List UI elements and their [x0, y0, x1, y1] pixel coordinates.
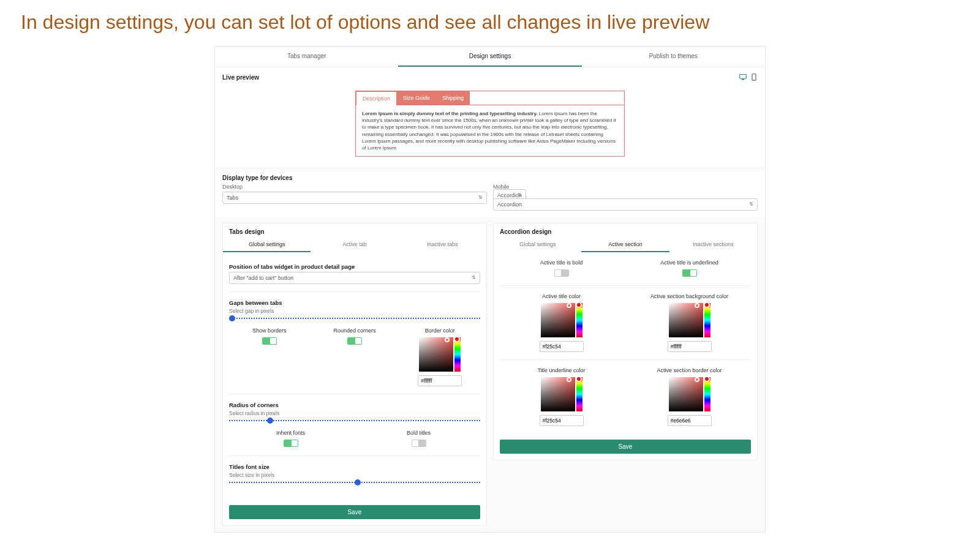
- border-color-opt: Border color: [400, 328, 480, 386]
- preview-title: Live preview: [222, 74, 259, 81]
- tabs-design-body: Position of tabs widget in product detai…: [223, 252, 486, 499]
- desktop-field: Desktop Tabs: [222, 184, 487, 211]
- gaps-heading: Gaps between tabs: [229, 299, 480, 306]
- title-underlined-label: Active title is underlined: [628, 260, 751, 266]
- inherit-fonts-opt: Inherit fonts: [229, 430, 352, 448]
- section-bg-opt: Active section background color: [628, 293, 751, 352]
- svg-rect-1: [742, 79, 745, 80]
- subtab-acc-global[interactable]: Global settings: [494, 238, 581, 252]
- accordion-design-heading: Accordion design: [494, 223, 757, 238]
- tabs-design-heading: Tabs design: [223, 223, 486, 238]
- nav-publish-themes[interactable]: Publish to themes: [582, 47, 765, 67]
- underline-color-input[interactable]: [540, 415, 584, 426]
- gaps-label: Select gap in pixels: [229, 308, 480, 314]
- preview-tab-shipping[interactable]: Shipping: [436, 91, 470, 105]
- rounded-toggle[interactable]: [347, 337, 362, 345]
- acc-color-row1: Active title color Active section backgr…: [500, 293, 751, 352]
- design-panels: Tabs design Global settings Active tab I…: [215, 217, 765, 532]
- radius-label: Select radius in pixels: [229, 410, 480, 416]
- subtab-inactive-tabs[interactable]: Inactive tabs: [399, 238, 486, 252]
- tabs-save-button[interactable]: Save: [229, 505, 480, 519]
- title-color-label: Active title color: [500, 293, 623, 299]
- svg-rect-0: [740, 75, 747, 79]
- subtab-active-tab[interactable]: Active tab: [311, 238, 398, 252]
- show-borders-toggle[interactable]: [262, 337, 277, 345]
- preview-tab-description[interactable]: Description: [356, 91, 397, 105]
- svg-point-3: [753, 79, 754, 80]
- page-headline: In design settings, you can set lot of o…: [0, 0, 980, 39]
- title-underlined-toggle[interactable]: [682, 269, 697, 277]
- preview-bar: Live preview: [215, 67, 765, 84]
- display-type-row: Desktop Tabs Mobile Accordion Accordion: [215, 184, 765, 217]
- border-color-label: Border color: [400, 328, 480, 334]
- title-bold-toggle[interactable]: [554, 269, 569, 277]
- rounded-label: Rounded corners: [314, 328, 394, 334]
- preview-body-bold: Lorem Ipsum is simply dummy text of the …: [362, 111, 538, 116]
- mobile-icon[interactable]: [750, 73, 758, 81]
- acc-border-color-label: Active section border color: [628, 367, 751, 373]
- show-borders-label: Show borders: [229, 328, 309, 334]
- acc-color-row2: Title underline color Active section bor…: [500, 367, 751, 426]
- preview-frame: Description Size Guide Shipping Lorem Ip…: [355, 91, 625, 157]
- accordion-save-button[interactable]: Save: [500, 440, 751, 454]
- border-row: Show borders Rounded corners Border colo…: [229, 328, 480, 386]
- font-size-label: Select size in pixels: [229, 472, 480, 478]
- preview-body-text: Lorem Ipsum has been the industry's stan…: [362, 111, 616, 151]
- acc-toggle-row: Active title is bold Active title is und…: [500, 260, 751, 278]
- display-type-heading: Display type for devices: [215, 168, 765, 184]
- subtab-acc-active[interactable]: Active section: [581, 238, 669, 252]
- nav-tabs-manager[interactable]: Tabs manager: [215, 47, 398, 67]
- font-row: Inherit fonts Bold titles: [229, 430, 480, 448]
- title-color-picker[interactable]: [540, 303, 584, 352]
- preview-tab-size-guide[interactable]: Size Guide: [397, 91, 436, 105]
- title-bold-label: Active title is bold: [500, 260, 623, 266]
- accordion-body: Active title is bold Active title is und…: [494, 252, 757, 433]
- top-nav: Tabs manager Design settings Publish to …: [215, 47, 765, 67]
- section-bg-label: Active section background color: [628, 293, 751, 299]
- inherit-fonts-toggle[interactable]: [284, 440, 298, 447]
- rounded-opt: Rounded corners: [314, 328, 394, 386]
- desktop-select[interactable]: Tabs: [222, 192, 487, 204]
- preview-area: Description Size Guide Shipping Lorem Ip…: [215, 84, 765, 168]
- title-color-opt: Active title color: [500, 293, 623, 352]
- bold-titles-label: Bold titles: [357, 430, 480, 436]
- mobile-field: Mobile Accordion Accordion: [493, 184, 758, 211]
- radius-heading: Radius of corners: [229, 402, 480, 408]
- title-color-input[interactable]: [540, 341, 584, 352]
- border-color-picker[interactable]: [418, 337, 462, 386]
- accordion-subtabs: Global settings Active section Inactive …: [494, 238, 757, 252]
- tabs-design-subtabs: Global settings Active tab Inactive tabs: [223, 238, 486, 252]
- font-size-heading: Titles font size: [229, 463, 480, 470]
- underline-color-label: Title underline color: [500, 367, 623, 373]
- subtab-acc-inactive[interactable]: Inactive sections: [669, 238, 757, 252]
- radius-slider[interactable]: [229, 420, 480, 421]
- title-underlined-opt: Active title is underlined: [628, 260, 751, 278]
- accordion-design-panel: Accordion design Global settings Active …: [493, 223, 758, 460]
- acc-border-color-input[interactable]: [668, 415, 712, 426]
- section-bg-input[interactable]: [668, 341, 712, 352]
- position-select[interactable]: After "add to cart" button: [229, 272, 480, 284]
- position-label: Position of tabs widget in product detai…: [229, 263, 480, 270]
- underline-color-picker[interactable]: [540, 377, 584, 426]
- preview-body: Lorem Ipsum is simply dummy text of the …: [356, 105, 624, 156]
- mobile-label: Mobile: [493, 184, 758, 190]
- desktop-icon[interactable]: [739, 73, 747, 81]
- acc-border-color-opt: Active section border color: [628, 367, 751, 426]
- device-toggle: [739, 73, 758, 81]
- acc-border-color-picker[interactable]: [668, 377, 712, 426]
- border-color-input[interactable]: [418, 375, 462, 386]
- bold-titles-toggle[interactable]: [412, 440, 426, 447]
- mobile-select[interactable]: Accordion: [493, 198, 758, 211]
- subtab-global-settings[interactable]: Global settings: [223, 238, 311, 252]
- inherit-fonts-label: Inherit fonts: [229, 430, 352, 436]
- title-bold-opt: Active title is bold: [500, 260, 623, 278]
- app-frame: Tabs manager Design settings Publish to …: [214, 46, 766, 533]
- desktop-label: Desktop: [222, 184, 487, 190]
- tabs-design-panel: Tabs design Global settings Active tab I…: [222, 223, 487, 526]
- show-borders-opt: Show borders: [229, 328, 309, 386]
- section-bg-picker[interactable]: [668, 303, 712, 352]
- preview-tabs: Description Size Guide Shipping: [356, 91, 624, 105]
- gaps-slider[interactable]: [229, 318, 480, 319]
- nav-design-settings[interactable]: Design settings: [398, 47, 581, 67]
- font-size-slider[interactable]: [229, 482, 480, 483]
